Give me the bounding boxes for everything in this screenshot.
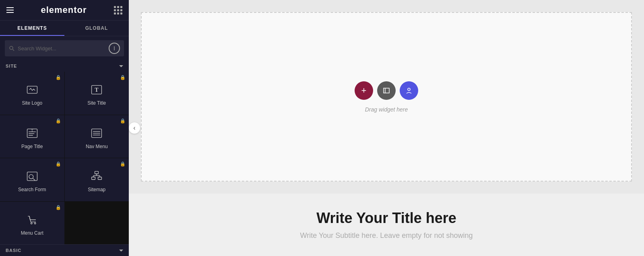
templates-button[interactable]: [377, 81, 396, 100]
lock-icon: 🔒: [56, 75, 61, 80]
lock-icon: 🔒: [120, 118, 126, 124]
tab-global[interactable]: GLOBAL: [64, 21, 129, 36]
svg-rect-19: [98, 177, 102, 180]
widget-grid: 🔒 Site Logo 🔒 T Site Title 🔒 T Page Titl…: [0, 72, 129, 244]
search-form-icon: [25, 169, 39, 184]
svg-text:T: T: [95, 87, 99, 93]
menu-cart-label: Menu Cart: [21, 230, 43, 236]
collapse-sidebar-button[interactable]: [129, 122, 140, 134]
lock-icon: 🔒: [56, 205, 61, 210]
nav-menu-label: Nav Menu: [86, 144, 108, 149]
site-title-icon: T: [89, 83, 104, 97]
tab-elements[interactable]: ELEMENTS: [0, 21, 64, 36]
search-area: [0, 36, 129, 60]
content-subtitle: Write Your Subtitle here. Leave empty fo…: [141, 231, 632, 240]
lock-icon: 🔒: [56, 161, 61, 167]
hamburger-menu[interactable]: [6, 7, 14, 13]
navigator-button[interactable]: [400, 81, 418, 100]
svg-rect-2: [27, 86, 37, 93]
site-logo-icon: [25, 83, 39, 97]
svg-point-15: [29, 175, 33, 179]
sidebar: elementor ELEMENTS GLOBAL SITE: [0, 0, 129, 256]
svg-line-16: [33, 179, 35, 180]
svg-text:T: T: [31, 128, 33, 132]
sidebar-tabs: ELEMENTS GLOBAL: [0, 21, 129, 36]
cursor-icon[interactable]: [109, 43, 120, 54]
chevron-down-icon: [119, 65, 123, 67]
search-input[interactable]: [18, 45, 105, 52]
svg-point-27: [408, 88, 410, 91]
widget-site-logo[interactable]: 🔒 Site Logo: [0, 72, 64, 115]
site-logo-label: Site Logo: [22, 100, 42, 106]
lock-icon: 🔒: [120, 161, 126, 167]
page-title-label: Page Title: [21, 144, 43, 149]
site-section-label: SITE: [6, 64, 17, 68]
widget-menu-cart[interactable]: 🔒 Menu Cart: [0, 202, 64, 245]
drop-label: Drag widget here: [365, 106, 408, 113]
svg-line-1: [13, 50, 14, 51]
drop-zone[interactable]: + Drag widget here: [141, 12, 632, 182]
search-icon: [9, 45, 14, 51]
svg-point-0: [10, 46, 13, 50]
widget-site-title[interactable]: 🔒 T Site Title: [65, 72, 129, 115]
sidebar-header: elementor: [0, 0, 129, 21]
basic-section-header[interactable]: BASIC: [0, 244, 129, 256]
site-section-header[interactable]: SITE: [0, 60, 129, 72]
sitemap-icon: [89, 169, 104, 184]
page-title-icon: T: [25, 126, 39, 140]
chevron-down-icon: [119, 250, 123, 252]
sitemap-label: Sitemap: [88, 187, 105, 192]
basic-section-label: BASIC: [6, 248, 21, 253]
site-title-label: Site Title: [87, 100, 106, 106]
logo: elementor: [41, 5, 87, 15]
nav-menu-icon: [89, 126, 104, 140]
content-section: Write Your Title here Write Your Subtitl…: [129, 194, 644, 256]
svg-rect-17: [95, 171, 99, 174]
lock-icon: 🔒: [120, 75, 126, 80]
lock-icon: 🔒: [56, 118, 61, 124]
widget-nav-menu[interactable]: 🔒 Nav Menu: [65, 115, 129, 158]
svg-rect-14: [27, 172, 37, 181]
grid-icon[interactable]: [114, 6, 122, 14]
search-form-label: Search Form: [18, 187, 46, 192]
widget-page-title[interactable]: 🔒 T Page Title: [0, 115, 64, 158]
content-title: Write Your Title here: [141, 210, 632, 227]
widget-sitemap[interactable]: 🔒 Sitemap: [65, 158, 129, 201]
main-canvas: + Drag widget here Write Your Title here…: [129, 0, 644, 256]
svg-point-24: [31, 223, 32, 224]
drop-zone-buttons: +: [355, 81, 418, 100]
svg-rect-18: [92, 177, 95, 180]
svg-point-25: [34, 223, 36, 224]
add-widget-button[interactable]: +: [355, 81, 373, 100]
widget-search-form[interactable]: 🔒 Search Form: [0, 158, 64, 201]
search-box: [5, 40, 124, 56]
menu-cart-icon: [25, 213, 39, 227]
canvas-area: + Drag widget here: [129, 0, 644, 194]
